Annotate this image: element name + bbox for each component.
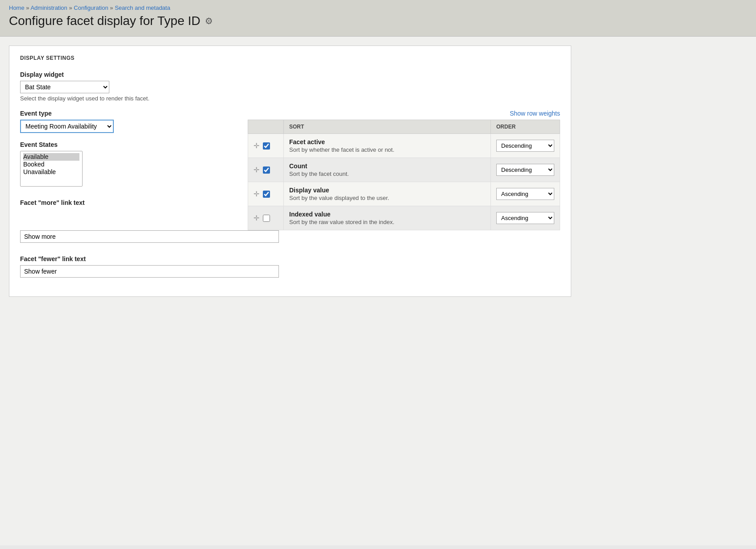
drag-check-cell: ✛ [248,158,284,182]
sort-row-desc: Sort by the facet count. [289,171,485,177]
sort-row-desc: Sort by whether the facet is active or n… [289,146,485,153]
breadcrumb-sep1: » [26,4,29,11]
sort-order-cell: DescendingAscending [491,134,560,158]
display-widget-description: Select the display widget used to render… [20,95,560,102]
table-row: ✛Indexed valueSort by the raw value stor… [248,206,560,230]
main-content: DISPLAY SETTINGS Display widget Bat Stat… [0,37,756,545]
drag-check-cell: ✛ [248,182,284,206]
sort-row-desc: Sort by the value displayed to the user. [289,195,485,201]
sort-row-title: Count [289,162,485,170]
left-column: Event type Meeting Room AvailabilityConf… [20,110,234,214]
order-select-0[interactable]: DescendingAscending [496,140,554,152]
sort-info-cell: CountSort by the facet count. [284,158,491,182]
order-select-2[interactable]: AscendingDescending [496,188,554,200]
breadcrumb-config[interactable]: Configuration [74,4,108,11]
breadcrumb-home[interactable]: Home [9,4,25,11]
facet-fewer-group: Facet "fewer" link text [20,255,560,278]
sort-table-col-sort: SORT [284,120,491,134]
drag-check-cell: ✛ [248,206,284,230]
event-states-label: Event States [20,141,234,148]
event-states-group: Event States AvailableBookedUnavailable [20,141,234,187]
facet-more-label: Facet "more" link text [20,199,234,206]
sort-table: SORT ORDER ✛Facet activeSort by whether … [248,120,560,230]
facet-more-input[interactable] [20,230,279,243]
sort-table-header-row: SORT ORDER [248,120,560,134]
drag-handle-icon[interactable]: ✛ [253,141,259,150]
sort-checkbox-3[interactable] [263,215,270,222]
sort-checkbox-0[interactable] [263,142,270,150]
section-title: DISPLAY SETTINGS [20,55,560,63]
event-states-list[interactable]: AvailableBookedUnavailable [20,151,83,187]
drag-check-cell: ✛ [248,134,284,158]
display-widget-select[interactable]: Bat StateCheckboxesLinksDropdown [20,81,109,93]
form-panel: DISPLAY SETTINGS Display widget Bat Stat… [9,46,571,297]
display-widget-label: Display widget [20,71,560,78]
sort-checkbox-1[interactable] [263,166,270,174]
facet-more-group: Facet "more" link text [20,199,234,206]
drag-handle-icon[interactable]: ✛ [253,166,259,174]
gear-icon[interactable]: ⚙ [205,16,213,26]
sort-row-title: Facet active [289,138,485,146]
sort-info-cell: Indexed valueSort by the raw value store… [284,206,491,230]
drag-handle-icon[interactable]: ✛ [253,190,259,198]
two-col-layout: Event type Meeting Room AvailabilityConf… [20,110,560,230]
page-header: Home » Administration » Configuration » … [0,0,756,37]
event-type-label: Event type [20,110,234,117]
breadcrumb-admin[interactable]: Administration [30,4,67,11]
event-type-select[interactable]: Meeting Room AvailabilityConference Room… [20,120,114,133]
sort-row-title: Indexed value [289,211,485,218]
sort-checkbox-2[interactable] [263,191,270,198]
sort-row-title: Display value [289,187,485,194]
table-row: ✛Facet activeSort by whether the facet i… [248,134,560,158]
breadcrumb: Home » Administration » Configuration » … [9,4,747,11]
breadcrumb-sep3: » [110,4,113,11]
sort-info-cell: Facet activeSort by whether the facet is… [284,134,491,158]
sort-order-cell: AscendingDescending [491,206,560,230]
sort-table-col-order: ORDER [491,120,560,134]
sort-order-cell: DescendingAscending [491,158,560,182]
show-row-weights-link[interactable]: Show row weights [510,110,560,117]
breadcrumb-sep2: » [69,4,72,11]
facet-more-input-group [20,230,560,243]
show-row-weights-container: Show row weights [248,110,560,117]
order-select-1[interactable]: DescendingAscending [496,164,554,176]
sort-order-cell: AscendingDescending [491,182,560,206]
right-column: Show row weights SORT ORDER ✛Facet activ… [248,110,560,230]
breadcrumb-search[interactable]: Search and metadata [115,4,170,11]
table-row: ✛CountSort by the facet count.Descending… [248,158,560,182]
order-select-3[interactable]: AscendingDescending [496,212,554,224]
facet-fewer-label: Facet "fewer" link text [20,255,560,262]
display-widget-group: Display widget Bat StateCheckboxesLinksD… [20,71,560,102]
drag-handle-icon[interactable]: ✛ [253,214,259,222]
page-title: Configure facet display for Type ID [9,14,200,28]
sort-info-cell: Display valueSort by the value displayed… [284,182,491,206]
sort-row-desc: Sort by the raw value stored in the inde… [289,219,485,225]
sort-table-col-drag [248,120,284,134]
facet-fewer-input[interactable] [20,265,279,278]
page-title-container: Configure facet display for Type ID ⚙ [9,14,747,28]
event-type-group: Event type Meeting Room AvailabilityConf… [20,110,234,133]
table-row: ✛Display valueSort by the value displaye… [248,182,560,206]
